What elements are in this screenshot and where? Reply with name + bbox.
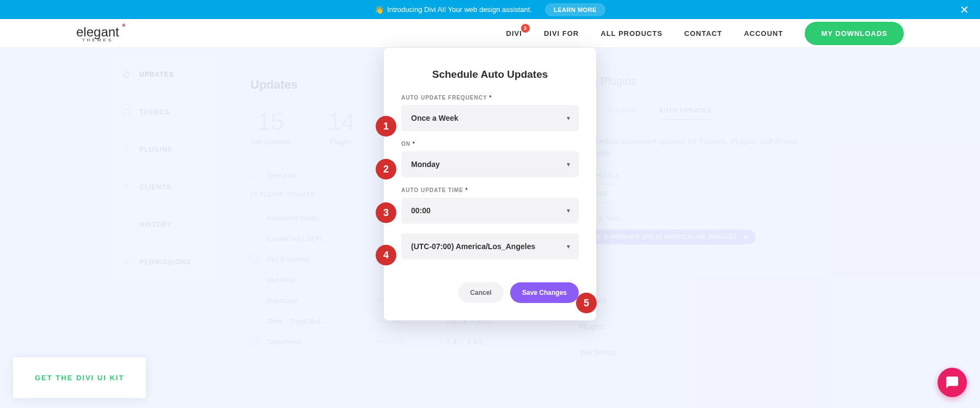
main-header: elegant* THEMES DIVI3 DIVI FOR ALL PRODU… xyxy=(0,19,980,48)
save-changes-button[interactable]: Save Changes xyxy=(510,282,579,303)
annotation-marker-1: 1 xyxy=(376,116,396,137)
timezone-select-wrap: (UTC-07:00) America/Los_Angeles ▾ xyxy=(401,233,579,259)
frequency-label: AUTO UPDATE FREQUENCY * xyxy=(401,95,579,101)
close-announcement-button[interactable]: ✕ xyxy=(960,3,969,16)
cancel-button[interactable]: Cancel xyxy=(458,282,504,303)
my-downloads-button[interactable]: MY DOWNLOADS xyxy=(805,22,904,45)
day-select[interactable]: Monday xyxy=(401,151,579,177)
time-label: AUTO UPDATE TIME * xyxy=(401,187,579,193)
frequency-select[interactable]: Once a Week xyxy=(401,105,579,131)
announcement-bar: 👋 Introducing Divi AI! Your web design a… xyxy=(0,0,980,19)
nav-badge: 3 xyxy=(521,24,530,33)
nav-all-products[interactable]: ALL PRODUCTS xyxy=(601,29,663,38)
on-label: ON * xyxy=(401,141,579,147)
annotation-marker-5: 5 xyxy=(576,293,597,313)
chat-button[interactable] xyxy=(938,368,967,397)
annotation-marker-4: 4 xyxy=(376,245,396,265)
chat-icon xyxy=(945,375,959,390)
schedule-modal: Schedule Auto Updates AUTO UPDATE FREQUE… xyxy=(384,48,596,320)
learn-more-button[interactable]: LEARN MORE xyxy=(545,3,605,16)
logo-asterisk-icon: * xyxy=(122,22,126,33)
frequency-select-wrap: Once a Week ▾ xyxy=(401,105,579,131)
announcement-text: 👋 Introducing Divi AI! Your web design a… xyxy=(375,3,605,16)
modal-title: Schedule Auto Updates xyxy=(401,69,579,81)
on-select-wrap: Monday ▾ xyxy=(401,151,579,177)
nav-divi[interactable]: DIVI3 xyxy=(506,29,522,38)
ui-kit-button[interactable]: GET THE DIVI UI KIT xyxy=(13,357,146,398)
logo-sub: THEMES xyxy=(76,38,119,42)
time-select[interactable]: 00:00 xyxy=(401,197,579,224)
timezone-select[interactable]: (UTC-07:00) America/Los_Angeles xyxy=(401,233,579,259)
logo[interactable]: elegant* THEMES xyxy=(76,24,119,42)
time-select-wrap: 00:00 ▾ xyxy=(401,197,579,224)
nav: DIVI3 DIVI FOR ALL PRODUCTS CONTACT ACCO… xyxy=(506,22,904,45)
annotation-marker-3: 3 xyxy=(376,202,396,223)
logo-main: elegant xyxy=(76,24,119,39)
announcement-message: Introducing Divi AI! Your web design ass… xyxy=(387,5,532,14)
nav-contact[interactable]: CONTACT xyxy=(684,29,722,38)
nav-account[interactable]: ACCOUNT xyxy=(744,29,783,38)
wave-icon: 👋 xyxy=(375,5,384,14)
nav-divi-for[interactable]: DIVI FOR xyxy=(544,29,579,38)
modal-actions: Cancel Save Changes xyxy=(401,282,579,303)
annotation-marker-2: 2 xyxy=(376,159,396,180)
